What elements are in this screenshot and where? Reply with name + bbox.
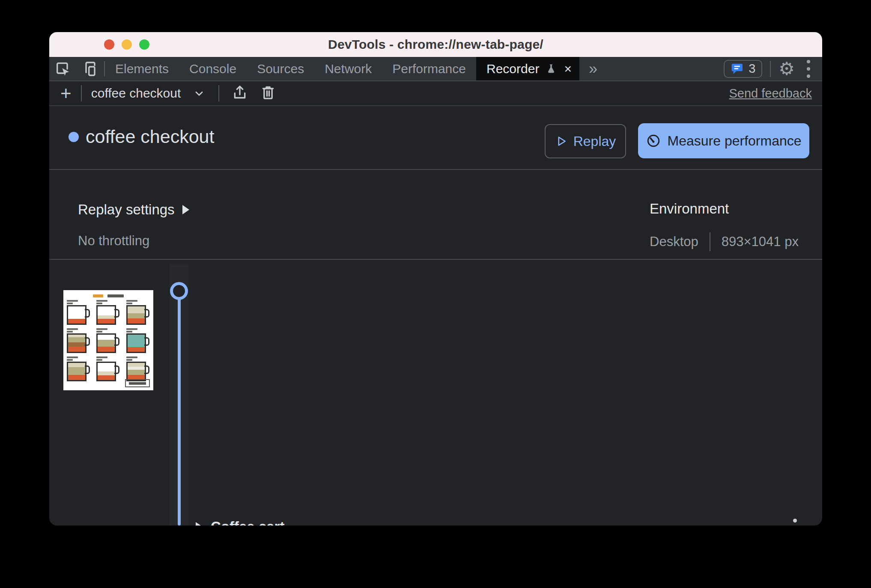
tab-console[interactable]: Console bbox=[179, 57, 247, 80]
replay-label: Replay bbox=[573, 134, 616, 149]
devtools-tabbar: Elements Console Sources Network Perform… bbox=[49, 57, 822, 81]
steps-list: Coffee cart https://coffee-cart.netlify.… bbox=[49, 260, 822, 526]
close-window-button[interactable] bbox=[104, 39, 114, 50]
recording-title: coffee checkout bbox=[86, 126, 214, 147]
measure-performance-button[interactable]: Measure performance bbox=[638, 123, 809, 158]
chevron-down-icon bbox=[192, 86, 206, 101]
tab-elements[interactable]: Elements bbox=[105, 57, 179, 80]
add-recording-button[interactable]: + bbox=[60, 84, 72, 103]
toolbar-divider bbox=[218, 85, 219, 101]
devtools-menu-icon[interactable] bbox=[802, 57, 814, 80]
replay-button[interactable]: Replay bbox=[545, 124, 626, 158]
settings-gear-icon[interactable]: ⚙ bbox=[779, 60, 795, 78]
tab-network[interactable]: Network bbox=[314, 57, 382, 80]
tab-sources[interactable]: Sources bbox=[247, 57, 314, 80]
play-icon bbox=[555, 135, 568, 148]
window-title: DevTools - chrome://new-tab-page/ bbox=[328, 37, 543, 52]
send-feedback-link[interactable]: Send feedback bbox=[729, 86, 812, 101]
feedback-bubble-icon bbox=[731, 62, 744, 76]
inspect-element-icon[interactable] bbox=[49, 57, 77, 80]
thumbnail-header bbox=[67, 294, 150, 297]
experiment-flask-icon bbox=[545, 62, 557, 75]
recording-status-dot bbox=[69, 132, 79, 142]
devtools-window: DevTools - chrome://new-tab-page/ Elemen… bbox=[49, 32, 822, 526]
issues-button[interactable]: 3 bbox=[724, 60, 762, 78]
environment-values: Desktop 893×1041 px bbox=[650, 232, 799, 251]
close-icon[interactable]: × bbox=[564, 62, 572, 76]
timeline-line bbox=[178, 291, 181, 526]
replay-settings-toggle[interactable]: Replay settings bbox=[78, 202, 189, 218]
recording-select[interactable]: coffee checkout bbox=[91, 86, 207, 101]
throttling-value: No throttling bbox=[78, 233, 149, 249]
step-menu-icon[interactable] bbox=[790, 515, 800, 526]
tab-recorder-label: Recorder bbox=[486, 62, 539, 76]
recording-header: coffee checkout Replay Measure performan… bbox=[49, 106, 822, 170]
environment-viewport: 893×1041 px bbox=[722, 234, 799, 249]
environment-divider bbox=[710, 232, 710, 251]
more-tabs-icon[interactable]: » bbox=[579, 57, 607, 80]
speedometer-icon bbox=[646, 133, 661, 148]
replay-settings-label: Replay settings bbox=[78, 202, 175, 218]
tabbar-divider bbox=[770, 61, 771, 77]
delete-recording-icon[interactable] bbox=[260, 84, 277, 103]
chevron-right-icon bbox=[182, 205, 189, 214]
thumbnail-total-button bbox=[125, 379, 150, 387]
tab-performance[interactable]: Performance bbox=[382, 57, 476, 80]
zoom-window-button[interactable] bbox=[139, 39, 149, 50]
environment-device: Desktop bbox=[650, 234, 698, 249]
step-title[interactable]: Coffee cart bbox=[211, 519, 284, 526]
environment-label: Environment bbox=[650, 201, 729, 217]
issues-count: 3 bbox=[749, 62, 755, 76]
toolbar-divider bbox=[81, 85, 82, 101]
export-recording-icon[interactable] bbox=[231, 84, 248, 103]
titlebar: DevTools - chrome://new-tab-page/ bbox=[49, 32, 822, 57]
tabbar-right-controls: 3 ⚙ bbox=[724, 57, 822, 80]
measure-performance-label: Measure performance bbox=[667, 133, 801, 149]
recorder-toolbar: + coffee checkout Send feedback bbox=[49, 81, 822, 106]
minimize-window-button[interactable] bbox=[122, 39, 132, 50]
device-toolbar-icon[interactable] bbox=[77, 57, 104, 80]
timeline-start-circle bbox=[170, 282, 188, 300]
settings-section: Replay settings No throttling Environmen… bbox=[49, 170, 822, 260]
thumbnail-mug-grid bbox=[67, 300, 150, 381]
recording-name: coffee checkout bbox=[91, 86, 181, 101]
tab-recorder[interactable]: Recorder × bbox=[476, 57, 579, 80]
expand-step-icon[interactable] bbox=[196, 522, 203, 526]
recording-thumbnail bbox=[63, 290, 153, 390]
